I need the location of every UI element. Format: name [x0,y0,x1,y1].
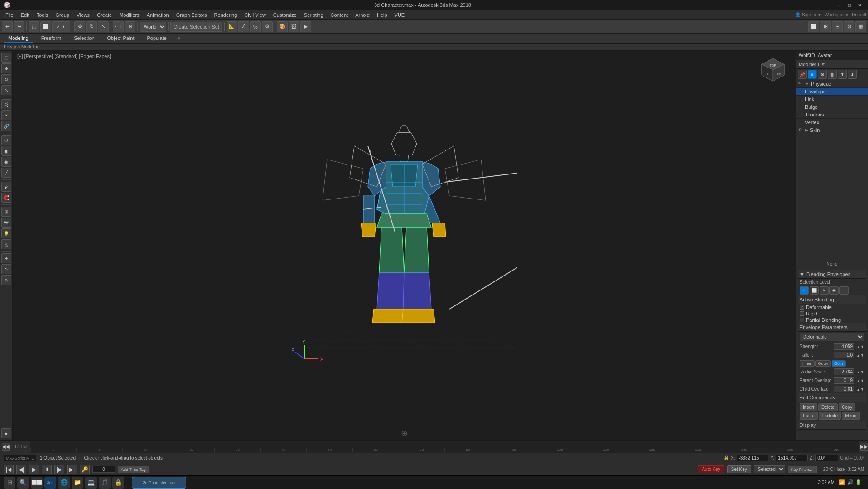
material-editor-button[interactable]: 🎨 [277,21,288,32]
system-btn[interactable]: ⚙ [1,275,11,285]
menu-tools[interactable]: Tools [33,11,52,19]
monitor-btn[interactable]: 💻 [85,477,97,489]
timeline-back-btn[interactable]: ◀◀ [2,443,10,451]
tab-object-paint[interactable]: Object Paint [103,34,139,43]
menu-graph-editors[interactable]: Graph Editors [173,11,211,19]
physique-expand-icon[interactable]: ▼ [805,82,809,86]
polygon-btn[interactable]: ⬡ [1,135,11,145]
menu-modifiers[interactable]: Modifiers [116,11,143,19]
menu-customize[interactable]: Customize [270,11,300,19]
partial-blending-checkbox[interactable] [800,318,804,322]
menu-civil-view[interactable]: Civil View [241,11,269,19]
key-mode-btn[interactable]: 🔑 [80,465,90,474]
create-selection-set-button[interactable]: Create Selection Set [170,22,222,32]
render-setup-button[interactable]: 🖼 [289,21,299,32]
envelope-params-header[interactable]: Envelope Parameters [798,323,866,332]
layout-button-3[interactable]: ⊟ [832,21,843,32]
expand-btn[interactable]: ▶ [1,428,11,438]
viewport-cube[interactable]: TOP FR LF [759,56,786,83]
z-input[interactable] [815,455,838,461]
key-filters-btn[interactable]: Key Filters... [788,466,817,473]
menu-group[interactable]: Group [52,11,73,19]
tab-freeform[interactable]: Freeform [37,34,66,43]
active-blending-header[interactable]: Active Blending [798,295,866,304]
physique-eye-icon[interactable]: 👁 [798,81,803,87]
strength-input[interactable] [834,343,854,350]
modifier-move-up-btn[interactable]: ⬆ [838,70,847,79]
parent-overlap-spinner[interactable]: ▲▼ [856,378,864,383]
menu-animation[interactable]: Animation [143,11,173,19]
unlink-btn[interactable]: ✂ [1,110,11,120]
scale-button[interactable]: ⤡ [98,21,109,32]
undo-button[interactable]: ↩ [2,21,13,32]
3dsmax-taskbar[interactable]: 3ds [44,477,56,489]
magnet-btn[interactable]: 🧲 [1,193,11,203]
tab-selection[interactable]: Selection [69,34,99,43]
maximize-button[interactable]: □ [845,2,854,9]
menu-scripting[interactable]: Scripting [300,11,327,19]
explorer-btn[interactable]: 📁 [72,477,83,489]
start-button[interactable]: ⊞ [4,477,15,489]
modifier-move-down-btn[interactable]: ⬇ [848,70,857,79]
mirror-button[interactable]: Mirror [842,412,860,420]
scale-tool-btn[interactable]: ⤡ [1,85,11,95]
layout-button-2[interactable]: ⊞ [820,21,831,32]
goto-end-btn[interactable]: ▶| [67,465,77,474]
menu-vue[interactable]: VUE [391,11,409,19]
deformable-checkbox[interactable]: ✓ [800,305,804,310]
tab-modeling[interactable]: Modeling [4,34,33,43]
exclude-button[interactable]: Exclude [819,412,841,420]
select-region-button[interactable]: ⬜ [40,21,51,32]
child-overlap-input[interactable] [834,386,854,392]
redo-button[interactable]: ↪ [14,21,24,32]
app-3dsmax-active[interactable]: 3d Character.max [132,477,186,489]
layout-button-1[interactable]: ⬜ [808,21,819,32]
sel-btn-vertex[interactable]: ◉ [829,286,839,295]
y-input[interactable] [776,455,808,461]
reference-coord-dropdown[interactable]: World Local View [140,22,166,32]
display-header[interactable]: Display [798,421,866,430]
percent-snap-toggle[interactable]: % [250,21,261,32]
rotate-tool-btn[interactable]: ↻ [1,74,11,84]
layout-button-5[interactable]: ▦ [855,21,866,32]
mirror-button[interactable]: ⟺ [113,21,124,32]
menu-file[interactable]: File [2,11,17,19]
radial-scale-input[interactable] [834,368,854,375]
sel-btn-plus[interactable]: + [839,286,849,295]
viewport[interactable]: [+] [Perspective] [Standard] [Edged Face… [13,51,796,440]
modifier-stack-view-btn[interactable]: ≡ [808,70,817,79]
goto-start-btn[interactable]: |◀ [4,465,14,474]
next-frame-btn[interactable]: |▶ [54,465,64,474]
outer-btn[interactable]: Outer [815,360,831,367]
align-button[interactable]: ⊕ [125,21,135,32]
set-key-button[interactable]: Set Key [727,465,751,473]
layout-button-4[interactable]: ⊠ [844,21,854,32]
bind-btn[interactable]: 🔗 [1,121,11,131]
child-overlap-spinner[interactable]: ▲▼ [856,387,864,392]
music-btn[interactable]: 🎵 [99,477,111,489]
layer-btn[interactable]: ⊞ [1,207,11,217]
viewport-navigate-icon[interactable]: ⊕ [401,428,408,438]
taskview-btn[interactable]: ⬜⬜ [31,477,43,489]
menu-content[interactable]: Content [327,11,352,19]
edge-btn[interactable]: ╱ [1,168,11,178]
move-tool-btn[interactable]: ✥ [1,63,11,73]
selected-dropdown[interactable]: Selected All [754,465,785,473]
sel-btn-envelope[interactable]: ⬜ [810,286,819,295]
blending-envelopes-header[interactable]: ▼ Blending Envelopes [798,270,866,279]
x-input[interactable] [737,455,768,461]
modifier-vertex[interactable]: Vertex [796,119,868,126]
snap-toggle[interactable]: 📐 [227,21,237,32]
helper-btn[interactable]: ✦ [1,253,11,263]
delete-button[interactable]: Delete [818,403,838,411]
modifier-bulge[interactable]: Bulge [796,103,868,111]
insert-button[interactable]: Insert [800,403,817,411]
menu-views[interactable]: Views [73,11,93,19]
modifier-physique[interactable]: 👁 ▼ Physique [796,80,868,88]
subobj-btn[interactable]: ▣ [1,146,11,156]
add-time-tag-btn[interactable]: Add Time Tag [118,466,149,473]
modifier-link[interactable]: Link [796,96,868,103]
link-btn[interactable]: ⛓ [1,99,11,109]
modifier-envelope[interactable]: Envelope [796,88,868,96]
menu-edit[interactable]: Edit [17,11,33,19]
